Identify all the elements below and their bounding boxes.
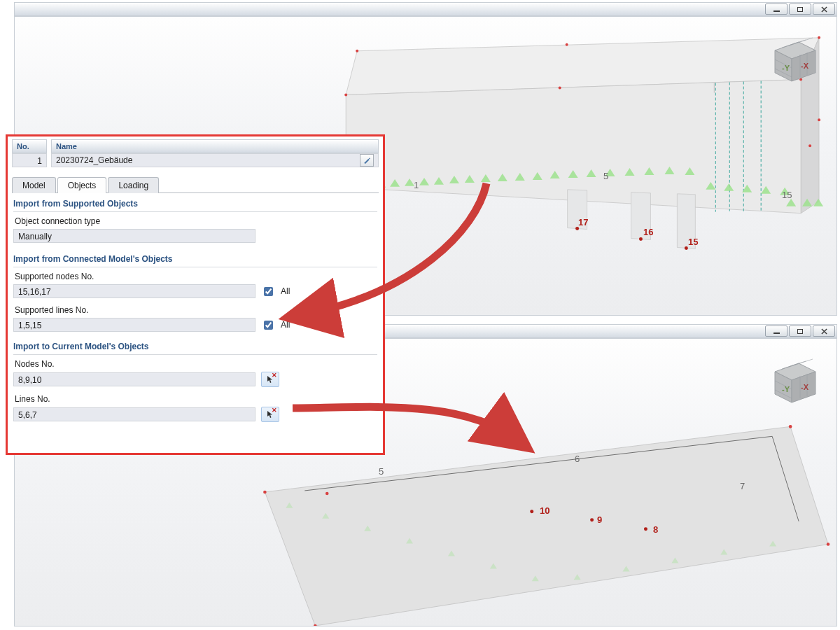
svg-point-17 — [808, 144, 811, 147]
section-title-import-supported: Import from Supported Objects — [13, 197, 377, 212]
svg-point-31 — [644, 527, 648, 531]
maximize-button[interactable] — [789, 4, 811, 15]
column-header-name: Name — [51, 139, 379, 153]
supported-nodes-all-label: All — [281, 286, 290, 296]
svg-point-30 — [590, 518, 594, 522]
svg-point-15 — [344, 93, 347, 96]
nodes-no-field[interactable]: 8,9,10 — [13, 372, 255, 386]
svg-point-26 — [827, 542, 830, 546]
label-supported-nodes: Supported nodes No. — [13, 270, 377, 283]
line-label-5: 5 — [603, 171, 608, 181]
no-value: 1 — [12, 153, 47, 167]
top-window-titlebar — [14, 2, 837, 16]
name-value: 20230724_Gebäude — [56, 153, 132, 167]
supported-lines-all-checkbox[interactable] — [264, 321, 273, 330]
svg-point-11 — [566, 43, 568, 46]
supported-nodes-field[interactable]: 15,16,17 — [13, 284, 255, 298]
section-title-connected-model: Import from Connected Model's Objects — [13, 253, 377, 267]
edit-name-button[interactable] — [360, 154, 374, 167]
svg-text:-Y: -Y — [782, 64, 790, 72]
tab-model[interactable]: Model — [12, 177, 56, 193]
supported-lines-field[interactable]: 1,5,15 — [13, 318, 255, 332]
viewcube-bottom[interactable]: -Y -X — [768, 356, 822, 411]
label-supported-lines: Supported lines No. — [13, 304, 377, 316]
tab-objects[interactable]: Objects — [57, 177, 107, 193]
supported-lines-all-label: All — [281, 320, 290, 330]
node-label-16: 16 — [643, 227, 653, 237]
section-title-current-model: Import to Current Model's Objects — [13, 340, 377, 355]
label-lines-no: Lines No. — [13, 393, 377, 405]
name-field[interactable]: 20230724_Gebäude — [51, 153, 379, 167]
tab-loading[interactable]: Loading — [108, 177, 159, 193]
close-button[interactable] — [813, 4, 835, 15]
svg-text:-Y: -Y — [782, 385, 790, 393]
object-properties-panel: No. 1 Name 20230724_Gebäude Model Object… — [6, 134, 385, 455]
object-connection-type-field[interactable]: Manually — [13, 229, 255, 243]
column-header-no: No. — [12, 139, 47, 153]
supported-nodes-all-checkbox[interactable] — [264, 287, 273, 296]
line-label-1: 1 — [414, 180, 419, 190]
close-button[interactable] — [813, 326, 835, 337]
minimize-button[interactable] — [765, 326, 788, 337]
svg-text:-X: -X — [801, 383, 809, 391]
node-label-17: 17 — [578, 217, 588, 227]
svg-text:-X: -X — [801, 62, 809, 70]
maximize-button[interactable] — [789, 326, 811, 337]
svg-point-8 — [639, 237, 643, 241]
minimize-button[interactable] — [765, 4, 788, 15]
pick-lines-button[interactable]: ✕ — [261, 407, 279, 422]
svg-point-24 — [263, 491, 267, 494]
label-nodes-no: Nodes No. — [13, 358, 377, 370]
line-label-5b: 5 — [379, 466, 384, 477]
svg-point-29 — [530, 510, 533, 513]
label-object-connection-type: Object connection type — [13, 215, 377, 227]
node-label-10: 10 — [540, 505, 550, 516]
viewcube-top[interactable]: -Y -X — [768, 35, 822, 90]
node-label-8: 8 — [653, 524, 658, 535]
svg-point-10 — [356, 50, 358, 52]
svg-point-25 — [789, 425, 792, 428]
lines-no-field[interactable]: 5,6,7 — [13, 407, 255, 421]
line-label-6: 6 — [575, 454, 580, 464]
svg-marker-23 — [265, 426, 828, 626]
node-label-9: 9 — [597, 514, 602, 525]
line-label-7: 7 — [740, 481, 745, 491]
svg-point-28 — [326, 492, 329, 496]
svg-point-14 — [559, 87, 561, 90]
pick-nodes-button[interactable]: ✕ — [261, 372, 279, 387]
node-label-15: 15 — [688, 237, 698, 247]
svg-point-16 — [818, 118, 820, 121]
panel-tabs: Model Objects Loading — [8, 177, 383, 193]
line-label-15: 15 — [782, 190, 792, 200]
